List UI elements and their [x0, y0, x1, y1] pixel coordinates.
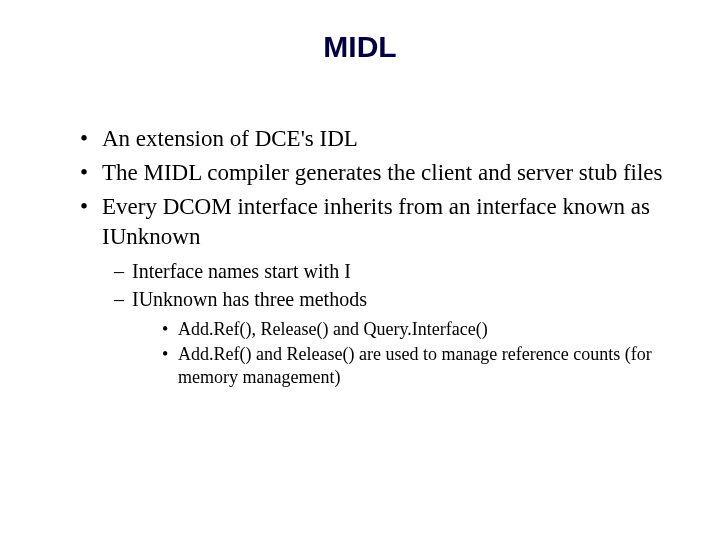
slide-title: MIDL [50, 30, 670, 64]
bullet-list-level-2: Interface names start with I IUnknown ha… [102, 258, 670, 390]
sub-bullet-item: Interface names start with I [114, 258, 670, 284]
bullet-item: The MIDL compiler generates the client a… [80, 158, 670, 188]
sub-sub-bullet-item: Add.Ref() and Release() are used to mana… [162, 343, 670, 390]
sub-bullet-text: IUnknown has three methods [132, 288, 367, 310]
bullet-text: Every DCOM interface inherits from an in… [102, 194, 650, 249]
sub-sub-bullet-item: Add.Ref(), Release() and Query.Interface… [162, 318, 670, 341]
bullet-list-level-3: Add.Ref(), Release() and Query.Interface… [132, 318, 670, 390]
bullet-list-level-1: An extension of DCE's IDL The MIDL compi… [50, 124, 670, 390]
sub-bullet-item: IUnknown has three methods Add.Ref(), Re… [114, 286, 670, 390]
bullet-item: Every DCOM interface inherits from an in… [80, 192, 670, 390]
bullet-item: An extension of DCE's IDL [80, 124, 670, 154]
